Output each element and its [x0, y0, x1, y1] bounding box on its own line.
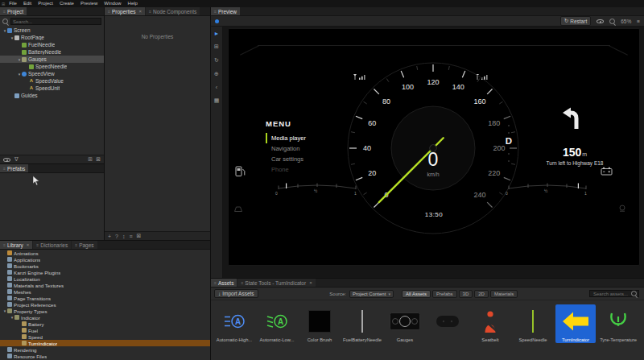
- menu-item[interactable]: Project: [35, 0, 56, 7]
- tree-item[interactable]: TurnIndicator: [0, 340, 210, 346]
- tree-item[interactable]: Battery: [0, 321, 210, 327]
- tab[interactable]: ≡ Properties ×: [105, 7, 145, 15]
- share-tool-icon[interactable]: ‹: [216, 85, 217, 90]
- restart-button[interactable]: ↻ Restart: [560, 16, 591, 26]
- tab[interactable]: ≡ Library ×: [0, 241, 32, 249]
- menu-item[interactable]: Preview: [77, 0, 101, 7]
- tree-item[interactable]: Guides: [0, 92, 104, 99]
- asset-tile[interactable]: Seatbelt: [470, 304, 510, 343]
- menu-item[interactable]: Window: [101, 0, 124, 7]
- tree-item[interactable]: SpeedUnit: [0, 85, 104, 92]
- tree-item[interactable]: Localization: [0, 275, 210, 282]
- tree-item[interactable]: ▾ Property Types: [0, 308, 210, 314]
- pan-tool-icon[interactable]: ⊞: [214, 43, 219, 50]
- sort-icon[interactable]: ↕: [122, 234, 126, 239]
- cluster-menu-item[interactable]: Navigation: [266, 143, 340, 154]
- tab[interactable]: ≡ State Tools - TurnIndicator ×: [237, 279, 315, 287]
- asset-tile[interactable]: Tyre-Temperature: [598, 304, 638, 343]
- asset-label: TurnIndicator: [556, 337, 595, 343]
- auto-high-icon: A: [224, 306, 246, 337]
- tree-item[interactable]: Bookmarks: [0, 263, 210, 269]
- battery-gauge-label: ½: [544, 188, 547, 193]
- visibility-icon[interactable]: [3, 156, 10, 163]
- expand-all-icon[interactable]: ⊞: [88, 156, 93, 163]
- tree-item[interactable]: Fuel: [0, 327, 210, 333]
- tree-item[interactable]: Resource Files: [0, 353, 210, 359]
- add-property-icon[interactable]: +: [108, 234, 111, 239]
- tree-item[interactable]: Animations: [0, 250, 210, 256]
- tree-item[interactable]: ▾ Indicator: [0, 314, 210, 321]
- tree-item[interactable]: Kanzi Engine Plugins: [0, 269, 210, 275]
- visibility-toggle-icon[interactable]: [597, 18, 604, 24]
- cluster-menu-item[interactable]: Media player: [266, 133, 340, 143]
- tab[interactable]: ≡ Node Components ×: [146, 7, 200, 15]
- tab[interactable]: ≡ Assets ×: [211, 279, 237, 287]
- asset-tile[interactable]: [427, 304, 468, 343]
- cursor-tool-icon[interactable]: ►: [214, 31, 220, 36]
- preview-menu-icon[interactable]: ≡: [637, 19, 640, 24]
- filter-button[interactable]: 3D: [459, 290, 473, 298]
- preview-viewport[interactable]: MENU Media player Navigation Car setting…: [223, 27, 644, 278]
- asset-tile[interactable]: FuelBatteryNeedle: [342, 304, 382, 343]
- tab-close-icon[interactable]: ×: [309, 280, 312, 285]
- asset-tile[interactable]: Gauges: [385, 304, 425, 343]
- tree-item[interactable]: Rendering: [0, 346, 210, 353]
- filter-icon[interactable]: ∇: [14, 156, 19, 163]
- collapse-all-icon[interactable]: ⊠: [96, 156, 101, 163]
- filter-button[interactable]: 2D: [474, 290, 489, 298]
- tree-item[interactable]: ▾ SpeedView: [0, 70, 104, 77]
- zoom-level[interactable]: 65%: [621, 19, 631, 24]
- tree-item[interactable]: Applications: [0, 256, 210, 263]
- tab[interactable]: ≡ Prefabs ×: [0, 164, 28, 172]
- tab-close-icon[interactable]: ×: [27, 242, 30, 247]
- filter-button[interactable]: Prefabs: [432, 290, 457, 298]
- tab[interactable]: ≡ Project ×: [0, 7, 27, 15]
- lock-icon[interactable]: ⊠: [137, 233, 142, 239]
- fuel-pump-icon: [235, 165, 246, 177]
- tree-item[interactable]: SpeedValue: [0, 77, 104, 85]
- cluster-menu-item[interactable]: Car settings: [266, 154, 340, 164]
- tree-item[interactable]: Materials and Textures: [0, 282, 210, 288]
- tree-item[interactable]: Meshes: [0, 288, 210, 295]
- tree-item-label: Indicator: [21, 315, 40, 321]
- tree-item[interactable]: BatteryNeedle: [0, 48, 104, 56]
- tree-item[interactable]: Page Transitions: [0, 295, 210, 301]
- assets-search-input[interactable]: [592, 291, 630, 297]
- import-assets-button[interactable]: ↓ Import Assets: [214, 289, 258, 298]
- tab-close-icon[interactable]: ×: [139, 9, 142, 14]
- rotate-tool-icon[interactable]: ↻: [214, 57, 219, 64]
- tab[interactable]: ≡ Pages ×: [72, 241, 97, 249]
- tree-item[interactable]: FuelNeedle: [0, 41, 104, 48]
- tree-item[interactable]: Speed: [0, 333, 210, 340]
- project-search-input[interactable]: [10, 18, 101, 25]
- grid-tool-icon[interactable]: ▦: [214, 97, 220, 104]
- asset-tile[interactable]: TurnIndicator: [555, 304, 596, 343]
- asset-tile[interactable]: SpeedNeedle: [513, 304, 553, 343]
- zoom-tool-icon[interactable]: ⊕: [214, 71, 219, 77]
- asset-tile[interactable]: A Automatic-Low...: [257, 304, 297, 343]
- asset-tile[interactable]: A Automatic-High...: [214, 304, 254, 343]
- tree-item[interactable]: ▾ Gauges: [0, 56, 104, 63]
- source-dropdown[interactable]: Project Content ▾: [349, 290, 394, 298]
- cluster-menu-item[interactable]: Phone: [266, 164, 340, 175]
- node-icon: [14, 315, 19, 320]
- menu-item[interactable]: Help: [125, 0, 141, 7]
- asset-tile[interactable]: Color Brush: [299, 304, 340, 343]
- assets-tabbar: ≡ Assets × ≡ State Tools - TurnIndicator…: [211, 279, 644, 288]
- nav-distance: 150m: [549, 145, 601, 159]
- zoom-tool-icon[interactable]: [609, 19, 615, 24]
- tree-item[interactable]: ▾ Screen: [0, 27, 104, 34]
- tree-item[interactable]: Project References: [0, 301, 210, 308]
- filter-button[interactable]: Materials: [490, 290, 518, 298]
- tree-item[interactable]: SpeedNeedle: [0, 63, 104, 70]
- tab[interactable]: ≡ Dictionaries ×: [33, 241, 71, 249]
- menu-item[interactable]: File: [6, 0, 20, 7]
- menu-item[interactable]: Edit: [20, 0, 35, 7]
- list-icon[interactable]: ≡: [130, 234, 133, 239]
- tab[interactable]: ≡ Preview ×: [211, 7, 240, 15]
- filter-button[interactable]: All Assets: [402, 290, 431, 298]
- tree-item[interactable]: ▾ RootPage: [0, 34, 104, 41]
- prefabs-content[interactable]: [0, 173, 104, 240]
- menu-item[interactable]: Create: [56, 0, 77, 7]
- help-icon[interactable]: ?: [115, 234, 118, 239]
